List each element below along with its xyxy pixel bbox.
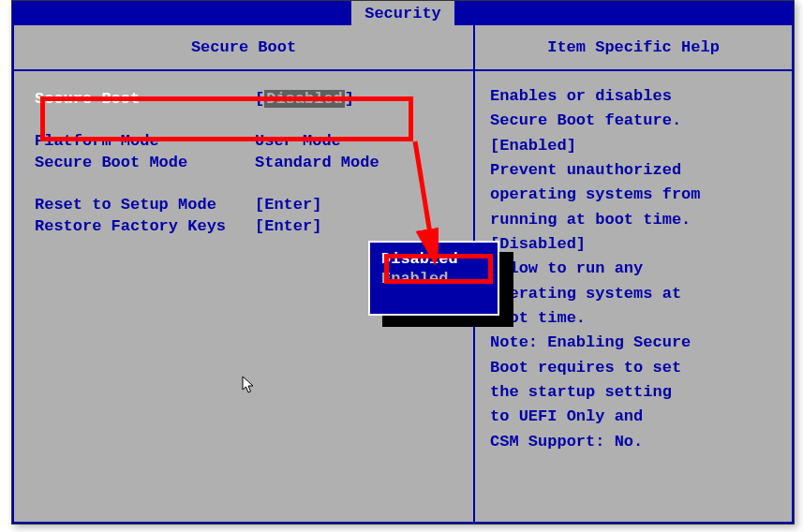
help-line: Secure Boot feature.: [490, 109, 777, 133]
value-restore-keys: [Enter]: [255, 217, 321, 235]
help-line: Boot requires to set: [490, 356, 777, 380]
value-secure-boot[interactable]: Disabled: [264, 90, 345, 108]
help-line: to UEFI Only and: [490, 405, 777, 429]
help-line: running at boot time.: [490, 208, 777, 232]
right-panel: Item Specific Help Enables or disables S…: [475, 25, 792, 522]
bracket-open: [: [255, 90, 264, 108]
help-line: Enables or disables: [490, 84, 777, 109]
tab-bar: Security: [12, 1, 794, 25]
help-line: boot time.: [490, 306, 777, 331]
bios-frame: Security Secure Boot Secure Boot [Disabl…: [11, 0, 795, 525]
help-line: CSM Support: No.: [490, 430, 777, 454]
label-reset-setup: Reset to Setup Mode: [35, 196, 255, 214]
help-line: Allow to run any: [490, 257, 777, 281]
label-secure-boot-mode: Secure Boot Mode: [35, 154, 255, 171]
help-line: Note: Enabling Secure: [490, 331, 777, 355]
left-panel-header: Secure Boot: [14, 25, 473, 71]
label-platform-mode: Platform Mode: [35, 132, 255, 150]
help-line: operating systems at: [490, 282, 777, 306]
help-line: [Disabled]: [490, 232, 777, 257]
value-secure-boot-wrap: [Disabled]: [255, 90, 354, 108]
label-restore-keys: Restore Factory Keys: [35, 217, 255, 235]
row-restore-keys[interactable]: Restore Factory Keys [Enter]: [35, 217, 453, 235]
value-platform-mode: User Mode: [255, 132, 341, 150]
popup-option-disabled[interactable]: Disabled: [381, 250, 486, 268]
row-secure-boot[interactable]: Secure Boot [Disabled]: [35, 90, 453, 108]
help-line: [Enabled]: [490, 134, 777, 158]
row-secure-boot-mode: Secure Boot Mode Standard Mode: [35, 154, 453, 171]
value-reset-setup: [Enter]: [255, 196, 321, 214]
options-popup: Disabled Enabled: [368, 241, 499, 316]
tab-security[interactable]: Security: [351, 1, 454, 25]
row-reset-setup[interactable]: Reset to Setup Mode [Enter]: [35, 196, 453, 214]
help-line: Prevent unauthorized: [490, 158, 777, 183]
help-text: Enables or disables Secure Boot feature.…: [475, 71, 792, 522]
help-line: the startup setting: [490, 380, 777, 405]
popup-option-enabled[interactable]: Enabled: [381, 270, 486, 288]
value-secure-boot-mode: Standard Mode: [255, 154, 379, 171]
row-platform-mode: Platform Mode User Mode: [35, 132, 453, 150]
right-panel-header: Item Specific Help: [475, 25, 792, 71]
label-secure-boot: Secure Boot: [35, 90, 255, 108]
bracket-close: ]: [345, 90, 354, 108]
help-line: operating systems from: [490, 183, 777, 207]
